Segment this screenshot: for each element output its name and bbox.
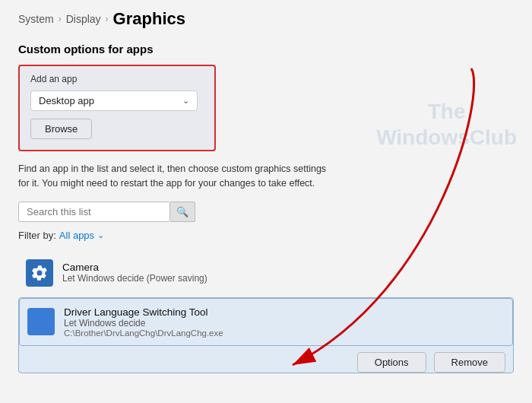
app-name: Camera bbox=[62, 262, 207, 273]
section-title: Custom options for apps bbox=[18, 43, 514, 56]
app-info-driver: Driver Language Switching Tool Let Windo… bbox=[64, 306, 223, 338]
selected-item-wrapper: Driver Language Switching Tool Let Windo… bbox=[18, 297, 514, 373]
browse-button[interactable]: Browse bbox=[30, 119, 92, 139]
app-list: Camera Let Windows decide (Power saving)… bbox=[18, 252, 514, 373]
breadcrumb-current: Graphics bbox=[113, 9, 185, 29]
search-button[interactable]: 🔍 bbox=[170, 202, 195, 222]
options-button[interactable]: Options bbox=[357, 352, 426, 373]
settings-page: System › Display › Graphics Custom optio… bbox=[0, 0, 532, 403]
watermark-line2: WindowsClub bbox=[376, 125, 517, 151]
app-type-dropdown[interactable]: Desktop app ⌄ bbox=[30, 90, 198, 111]
selected-actions: Options Remove bbox=[19, 352, 513, 373]
dropdown-value: Desktop app bbox=[39, 95, 94, 106]
filter-chevron-icon: ⌄ bbox=[97, 230, 104, 240]
list-item[interactable]: Driver Language Switching Tool Let Windo… bbox=[19, 298, 513, 346]
app-icon-camera bbox=[26, 259, 53, 287]
app-icon-driver bbox=[27, 308, 55, 335]
search-icon: 🔍 bbox=[176, 206, 188, 217]
search-input[interactable] bbox=[18, 202, 170, 222]
app-info-camera: Camera Let Windows decide (Power saving) bbox=[62, 262, 207, 284]
filter-label: Filter by: bbox=[18, 230, 56, 241]
breadcrumb-sep1: › bbox=[59, 14, 62, 24]
filter-row: Filter by: All apps ⌄ bbox=[18, 230, 514, 241]
filter-value[interactable]: All apps bbox=[59, 230, 94, 241]
search-row: 🔍 bbox=[18, 202, 514, 222]
app-path: C:\Brother\DrvLangChg\DrvLangChg.exe bbox=[64, 328, 223, 338]
add-app-label: Add an app bbox=[30, 74, 204, 84]
breadcrumb-display[interactable]: Display bbox=[66, 13, 101, 25]
chevron-down-icon: ⌄ bbox=[182, 96, 189, 106]
app-name: Driver Language Switching Tool bbox=[64, 306, 223, 318]
app-sub: Let Windows decide (Power saving) bbox=[62, 273, 207, 284]
add-app-box: Add an app Desktop app ⌄ Browse bbox=[18, 65, 216, 151]
breadcrumb-system[interactable]: System bbox=[18, 13, 54, 25]
watermark-line1: The bbox=[376, 99, 517, 125]
info-text: Find an app in the list and select it, t… bbox=[18, 162, 337, 191]
list-item[interactable]: Camera Let Windows decide (Power saving) bbox=[18, 252, 514, 294]
watermark: The WindowsClub bbox=[376, 99, 517, 150]
breadcrumb: System › Display › Graphics bbox=[18, 9, 514, 29]
breadcrumb-sep2: › bbox=[106, 14, 109, 24]
app-sub: Let Windows decide bbox=[64, 318, 223, 328]
remove-button[interactable]: Remove bbox=[434, 352, 505, 373]
